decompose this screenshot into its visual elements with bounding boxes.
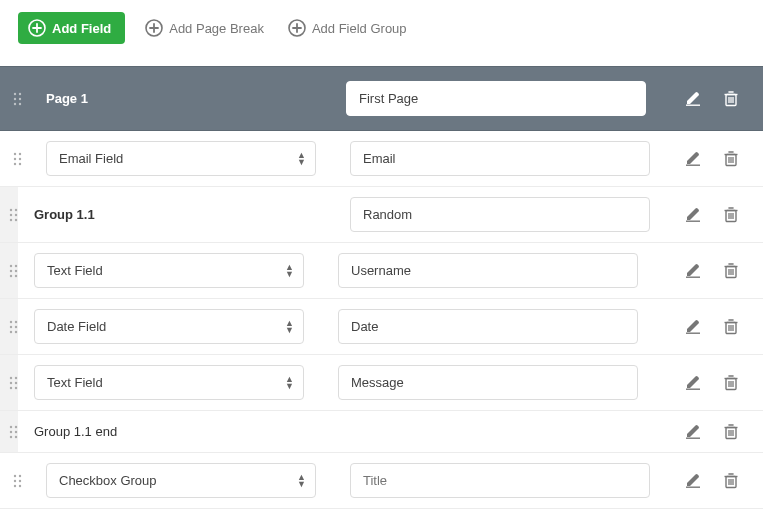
pencil-icon: [685, 423, 701, 440]
drag-handle-icon[interactable]: [7, 424, 20, 440]
drag-handle-icon[interactable]: [7, 319, 20, 335]
group-start-row: Group 1.1: [0, 187, 763, 243]
field-label-input[interactable]: [350, 463, 650, 498]
field-type-select[interactable]: Email Field: [46, 141, 316, 176]
add-page-break-button[interactable]: Add Page Break: [141, 13, 268, 43]
plus-circle-icon: [288, 19, 306, 37]
group-label: Group 1.1: [28, 207, 316, 222]
field-row: Text Field ▲▼: [0, 355, 763, 411]
delete-button[interactable]: [721, 204, 741, 225]
page-title-input[interactable]: [346, 81, 646, 116]
trash-icon: [723, 150, 739, 167]
field-label-input[interactable]: [338, 365, 638, 400]
trash-icon: [723, 423, 739, 440]
plus-circle-icon: [28, 19, 46, 37]
add-field-button[interactable]: Add Field: [18, 12, 125, 44]
field-label-input[interactable]: [350, 141, 650, 176]
field-type-select[interactable]: Text Field: [34, 253, 304, 288]
add-page-break-label: Add Page Break: [169, 21, 264, 36]
field-type-select[interactable]: Checkbox Group: [46, 463, 316, 498]
trash-icon: [723, 262, 739, 279]
edit-button[interactable]: [683, 204, 703, 225]
field-row: Date Field ▲▼: [0, 299, 763, 355]
drag-handle-icon[interactable]: [8, 473, 26, 489]
field-row: Email Field ▲▼: [0, 131, 763, 187]
drag-handle-icon[interactable]: [7, 263, 20, 279]
trash-icon: [723, 206, 739, 223]
drag-handle-icon[interactable]: [7, 375, 20, 391]
drag-handle-icon[interactable]: [7, 207, 20, 223]
trash-icon: [723, 374, 739, 391]
edit-button[interactable]: [683, 88, 703, 109]
trash-icon: [723, 318, 739, 335]
delete-button[interactable]: [721, 372, 741, 393]
delete-button[interactable]: [721, 88, 741, 109]
edit-button[interactable]: [683, 316, 703, 337]
pencil-icon: [685, 150, 701, 167]
delete-button[interactable]: [721, 316, 741, 337]
delete-button[interactable]: [721, 260, 741, 281]
trash-icon: [723, 472, 739, 489]
field-label-input[interactable]: [338, 253, 638, 288]
group-end-label: Group 1.1 end: [28, 424, 653, 439]
delete-button[interactable]: [721, 148, 741, 169]
pencil-icon: [685, 374, 701, 391]
pencil-icon: [685, 318, 701, 335]
edit-button[interactable]: [683, 260, 703, 281]
page-header-row: Page 1: [0, 66, 763, 131]
field-row: Checkbox Group ▲▼: [0, 453, 763, 509]
add-field-label: Add Field: [52, 21, 111, 36]
edit-button[interactable]: [683, 470, 703, 491]
plus-circle-icon: [145, 19, 163, 37]
pencil-icon: [685, 472, 701, 489]
pencil-icon: [685, 90, 701, 107]
delete-button[interactable]: [721, 421, 741, 442]
add-field-group-label: Add Field Group: [312, 21, 407, 36]
toolbar: Add Field Add Page Break Add Field Group: [0, 0, 763, 66]
edit-button[interactable]: [683, 148, 703, 169]
edit-button[interactable]: [683, 421, 703, 442]
field-row: Text Field ▲▼: [0, 243, 763, 299]
page-title-label: Page 1: [36, 91, 336, 106]
edit-button[interactable]: [683, 372, 703, 393]
trash-icon: [723, 90, 739, 107]
field-type-select[interactable]: Text Field: [34, 365, 304, 400]
drag-handle-icon[interactable]: [8, 91, 26, 107]
pencil-icon: [685, 262, 701, 279]
add-field-group-button[interactable]: Add Field Group: [284, 13, 411, 43]
delete-button[interactable]: [721, 470, 741, 491]
field-type-select[interactable]: Date Field: [34, 309, 304, 344]
pencil-icon: [685, 206, 701, 223]
drag-handle-icon[interactable]: [8, 151, 26, 167]
group-name-input[interactable]: [350, 197, 650, 232]
field-label-input[interactable]: [338, 309, 638, 344]
group-end-row: Group 1.1 end: [0, 411, 763, 453]
